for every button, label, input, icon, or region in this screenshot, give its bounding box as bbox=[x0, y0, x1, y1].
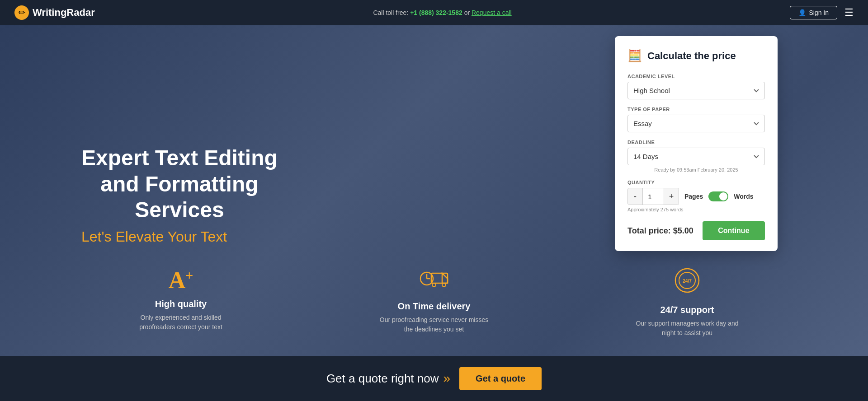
quantity-control: - + bbox=[627, 188, 679, 205]
hero-title: Expert Text Editing and Formatting Servi… bbox=[81, 145, 278, 223]
menu-button[interactable]: ☰ bbox=[844, 7, 854, 19]
support-icon: 24/7 bbox=[674, 267, 701, 299]
continue-button[interactable]: Continue bbox=[703, 221, 765, 240]
nav-actions: 👤 Sign In ☰ bbox=[790, 6, 854, 19]
feature-delivery-title: On Time delivery bbox=[398, 301, 471, 312]
call-label: Call toll free: bbox=[373, 9, 408, 16]
calc-header: 🧮 Calculate the price bbox=[627, 49, 765, 63]
navbar: ✏ WritingRadar Call toll free: +1 (888) … bbox=[0, 0, 868, 25]
deadline-note: Ready by 09:53am February 20, 2025 bbox=[627, 167, 765, 173]
approx-note: Approximately 275 words bbox=[627, 207, 765, 212]
cta-text-label: Get a quote right now bbox=[326, 372, 439, 386]
phone-number[interactable]: +1 (888) 322-1582 bbox=[410, 9, 462, 16]
get-quote-button[interactable]: Get a quote bbox=[459, 367, 542, 390]
sign-in-button[interactable]: 👤 Sign In bbox=[790, 6, 837, 19]
feature-quality: A+ High quality Only experienced and ski… bbox=[122, 267, 240, 338]
features-section: A+ High quality Only experienced and ski… bbox=[0, 267, 868, 338]
cta-text: Get a quote right now » bbox=[326, 371, 450, 386]
cta-bar: Get a quote right now » Get a quote bbox=[0, 356, 868, 401]
delivery-icon bbox=[418, 267, 450, 296]
calc-title: Calculate the price bbox=[647, 50, 736, 62]
quantity-field: QUANTITY - + Pages Words Approximately 2… bbox=[627, 180, 765, 212]
feature-delivery-desc: Our proofreading service never misses th… bbox=[375, 315, 493, 334]
nav-contact: Call toll free: +1 (888) 322-1582 or Req… bbox=[373, 9, 511, 16]
feature-delivery: On Time delivery Our proofreading servic… bbox=[375, 267, 493, 338]
svg-text:24/7: 24/7 bbox=[683, 279, 692, 284]
cta-arrow-icon: » bbox=[443, 371, 451, 386]
academic-level-select[interactable]: High School Undergraduate Master's PhD bbox=[627, 82, 765, 99]
paper-type-select[interactable]: Essay Research Paper Term Paper Coursewo… bbox=[627, 115, 765, 132]
toggle-wrap bbox=[708, 191, 728, 201]
academic-level-label: ACADEMIC LEVEL bbox=[627, 74, 765, 79]
pages-label: Pages bbox=[684, 193, 703, 200]
deadline-select[interactable]: 14 Days 10 Days 7 Days 5 Days 3 Days 48 … bbox=[627, 148, 765, 165]
or-label: or bbox=[464, 9, 470, 16]
paper-type-label: TYPE OF PAPER bbox=[627, 107, 765, 112]
request-call-link[interactable]: Request a call bbox=[472, 9, 512, 16]
price-calculator: 🧮 Calculate the price ACADEMIC LEVEL Hig… bbox=[615, 36, 778, 251]
deadline-field: DEADLINE 14 Days 10 Days 7 Days 5 Days 3… bbox=[627, 140, 765, 173]
pages-words-toggle[interactable] bbox=[708, 191, 728, 201]
quantity-input[interactable] bbox=[642, 188, 664, 205]
toggle-knob bbox=[719, 192, 727, 200]
total-price: Total price: $5.00 bbox=[627, 226, 693, 236]
paper-type-field: TYPE OF PAPER Essay Research Paper Term … bbox=[627, 107, 765, 132]
feature-quality-desc: Only experienced and skilled proofreader… bbox=[122, 313, 240, 332]
quantity-row: - + Pages Words bbox=[627, 188, 765, 205]
words-label: Words bbox=[734, 193, 753, 200]
feature-support-desc: Our support managers work day and night … bbox=[628, 319, 746, 338]
feature-support: 24/7 24/7 support Our support managers w… bbox=[628, 267, 746, 338]
academic-level-field: ACADEMIC LEVEL High School Undergraduate… bbox=[627, 74, 765, 99]
quality-icon: A+ bbox=[169, 267, 193, 294]
feature-quality-title: High quality bbox=[155, 299, 207, 309]
hero-subtitle: Let's Elevate Your Text bbox=[81, 228, 227, 245]
calc-footer: Total price: $5.00 Continue bbox=[627, 221, 765, 240]
quantity-minus-button[interactable]: - bbox=[628, 188, 642, 205]
quantity-plus-button[interactable]: + bbox=[664, 188, 679, 205]
svg-rect-3 bbox=[431, 273, 448, 283]
feature-support-title: 24/7 support bbox=[660, 305, 714, 315]
quantity-label: QUANTITY bbox=[627, 180, 765, 185]
calculator-icon: 🧮 bbox=[627, 49, 642, 63]
deadline-label: DEADLINE bbox=[627, 140, 765, 145]
sign-in-icon: 👤 bbox=[798, 9, 806, 16]
logo-text: WritingRadar bbox=[33, 7, 95, 19]
logo-icon: ✏ bbox=[14, 5, 29, 20]
logo[interactable]: ✏ WritingRadar bbox=[14, 5, 95, 20]
